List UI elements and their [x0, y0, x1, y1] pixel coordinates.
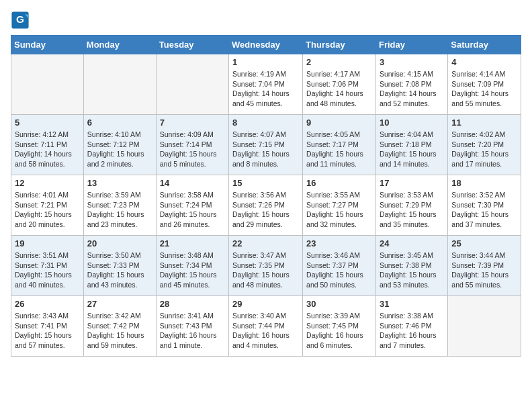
calendar-cell: 7Sunrise: 4:09 AM Sunset: 7:14 PM Daylig… — [156, 115, 228, 175]
day-info: Sunrise: 4:09 AM Sunset: 7:14 PM Dayligh… — [160, 130, 225, 169]
day-info: Sunrise: 3:41 AM Sunset: 7:43 PM Dayligh… — [160, 311, 225, 351]
calendar-table: SundayMondayTuesdayWednesdayThursdayFrid… — [11, 35, 521, 357]
day-number: 13 — [87, 178, 152, 188]
logo-icon: G — [11, 11, 30, 30]
calendar-cell: 29Sunrise: 3:40 AM Sunset: 7:44 PM Dayli… — [229, 296, 303, 357]
calendar-cell: 9Sunrise: 4:05 AM Sunset: 7:17 PM Daylig… — [303, 115, 376, 175]
day-info: Sunrise: 4:14 AM Sunset: 7:09 PM Dayligh… — [451, 69, 517, 109]
calendar-cell — [156, 54, 228, 115]
calendar-week-row: 12Sunrise: 4:01 AM Sunset: 7:21 PM Dayli… — [11, 175, 521, 236]
calendar-cell: 30Sunrise: 3:39 AM Sunset: 7:45 PM Dayli… — [303, 296, 376, 357]
calendar-cell: 31Sunrise: 3:38 AM Sunset: 7:46 PM Dayli… — [375, 296, 447, 357]
day-number: 20 — [87, 238, 152, 248]
calendar-cell: 24Sunrise: 3:45 AM Sunset: 7:38 PM Dayli… — [375, 236, 447, 296]
day-info: Sunrise: 4:15 AM Sunset: 7:08 PM Dayligh… — [380, 69, 444, 109]
logo: G — [11, 11, 31, 30]
day-number: 9 — [306, 118, 372, 128]
day-number: 23 — [306, 238, 372, 248]
calendar-cell — [448, 296, 521, 357]
day-info: Sunrise: 3:58 AM Sunset: 7:24 PM Dayligh… — [160, 190, 225, 230]
calendar-cell: 27Sunrise: 3:42 AM Sunset: 7:42 PM Dayli… — [83, 296, 156, 357]
day-number: 28 — [160, 299, 225, 309]
day-number: 17 — [380, 178, 444, 188]
day-info: Sunrise: 3:50 AM Sunset: 7:33 PM Dayligh… — [87, 250, 152, 290]
day-number: 8 — [232, 118, 299, 128]
calendar-week-row: 19Sunrise: 3:51 AM Sunset: 7:31 PM Dayli… — [11, 236, 521, 296]
day-number: 6 — [87, 118, 152, 128]
calendar-cell: 25Sunrise: 3:44 AM Sunset: 7:39 PM Dayli… — [448, 236, 521, 296]
calendar-cell: 2Sunrise: 4:17 AM Sunset: 7:06 PM Daylig… — [303, 54, 376, 115]
calendar-cell: 20Sunrise: 3:50 AM Sunset: 7:33 PM Dayli… — [83, 236, 156, 296]
day-header: Sunday — [11, 36, 84, 54]
day-number: 27 — [87, 299, 152, 309]
page-header: G — [11, 11, 521, 30]
day-info: Sunrise: 4:12 AM Sunset: 7:11 PM Dayligh… — [15, 130, 80, 169]
day-info: Sunrise: 3:56 AM Sunset: 7:26 PM Dayligh… — [232, 190, 299, 230]
day-number: 22 — [232, 238, 299, 248]
day-number: 14 — [160, 178, 225, 188]
day-info: Sunrise: 3:47 AM Sunset: 7:35 PM Dayligh… — [232, 250, 299, 290]
day-info: Sunrise: 4:05 AM Sunset: 7:17 PM Dayligh… — [306, 130, 372, 169]
day-number: 15 — [232, 178, 299, 188]
calendar-cell: 3Sunrise: 4:15 AM Sunset: 7:08 PM Daylig… — [375, 54, 447, 115]
day-info: Sunrise: 3:55 AM Sunset: 7:27 PM Dayligh… — [306, 190, 372, 230]
calendar-cell: 14Sunrise: 3:58 AM Sunset: 7:24 PM Dayli… — [156, 175, 228, 236]
day-info: Sunrise: 3:52 AM Sunset: 7:30 PM Dayligh… — [451, 190, 517, 230]
calendar-cell: 6Sunrise: 4:10 AM Sunset: 7:12 PM Daylig… — [83, 115, 156, 175]
calendar-cell: 18Sunrise: 3:52 AM Sunset: 7:30 PM Dayli… — [448, 175, 521, 236]
calendar-cell: 4Sunrise: 4:14 AM Sunset: 7:09 PM Daylig… — [448, 54, 521, 115]
calendar-cell: 10Sunrise: 4:04 AM Sunset: 7:18 PM Dayli… — [375, 115, 447, 175]
day-header: Tuesday — [156, 36, 228, 54]
calendar-week-row: 26Sunrise: 3:43 AM Sunset: 7:41 PM Dayli… — [11, 296, 521, 357]
calendar-cell: 26Sunrise: 3:43 AM Sunset: 7:41 PM Dayli… — [11, 296, 84, 357]
day-number: 26 — [15, 299, 80, 309]
day-info: Sunrise: 4:02 AM Sunset: 7:20 PM Dayligh… — [451, 130, 517, 169]
calendar-cell: 8Sunrise: 4:07 AM Sunset: 7:15 PM Daylig… — [229, 115, 303, 175]
day-info: Sunrise: 3:48 AM Sunset: 7:34 PM Dayligh… — [160, 250, 225, 290]
day-info: Sunrise: 3:38 AM Sunset: 7:46 PM Dayligh… — [380, 311, 444, 351]
day-info: Sunrise: 3:39 AM Sunset: 7:45 PM Dayligh… — [306, 311, 372, 351]
day-number: 1 — [232, 57, 299, 67]
calendar-cell: 16Sunrise: 3:55 AM Sunset: 7:27 PM Dayli… — [303, 175, 376, 236]
calendar-cell: 19Sunrise: 3:51 AM Sunset: 7:31 PM Dayli… — [11, 236, 84, 296]
day-number: 21 — [160, 238, 225, 248]
svg-text:G: G — [16, 13, 24, 25]
calendar-cell: 28Sunrise: 3:41 AM Sunset: 7:43 PM Dayli… — [156, 296, 228, 357]
day-info: Sunrise: 3:46 AM Sunset: 7:37 PM Dayligh… — [306, 250, 372, 290]
day-number: 12 — [15, 178, 80, 188]
day-number: 7 — [160, 118, 225, 128]
day-info: Sunrise: 3:59 AM Sunset: 7:23 PM Dayligh… — [87, 190, 152, 230]
day-number: 25 — [451, 238, 517, 248]
day-number: 31 — [380, 299, 444, 309]
calendar-cell: 1Sunrise: 4:19 AM Sunset: 7:04 PM Daylig… — [229, 54, 303, 115]
day-number: 2 — [306, 57, 372, 67]
day-info: Sunrise: 4:04 AM Sunset: 7:18 PM Dayligh… — [380, 130, 444, 169]
calendar-body: 1Sunrise: 4:19 AM Sunset: 7:04 PM Daylig… — [11, 54, 521, 357]
calendar-cell: 21Sunrise: 3:48 AM Sunset: 7:34 PM Dayli… — [156, 236, 228, 296]
calendar-cell: 15Sunrise: 3:56 AM Sunset: 7:26 PM Dayli… — [229, 175, 303, 236]
day-header: Wednesday — [229, 36, 303, 54]
calendar-cell: 23Sunrise: 3:46 AM Sunset: 7:37 PM Dayli… — [303, 236, 376, 296]
day-info: Sunrise: 3:44 AM Sunset: 7:39 PM Dayligh… — [451, 250, 517, 290]
day-number: 19 — [15, 238, 80, 248]
calendar-cell: 11Sunrise: 4:02 AM Sunset: 7:20 PM Dayli… — [448, 115, 521, 175]
day-number: 16 — [306, 178, 372, 188]
calendar-cell: 13Sunrise: 3:59 AM Sunset: 7:23 PM Dayli… — [83, 175, 156, 236]
day-info: Sunrise: 3:42 AM Sunset: 7:42 PM Dayligh… — [87, 311, 152, 351]
calendar-cell — [83, 54, 156, 115]
day-info: Sunrise: 4:01 AM Sunset: 7:21 PM Dayligh… — [15, 190, 80, 230]
calendar-header: SundayMondayTuesdayWednesdayThursdayFrid… — [11, 36, 521, 54]
day-info: Sunrise: 3:43 AM Sunset: 7:41 PM Dayligh… — [15, 311, 80, 351]
day-header: Saturday — [448, 36, 521, 54]
day-header: Friday — [375, 36, 447, 54]
day-number: 5 — [15, 118, 80, 128]
day-info: Sunrise: 4:10 AM Sunset: 7:12 PM Dayligh… — [87, 130, 152, 169]
day-info: Sunrise: 3:40 AM Sunset: 7:44 PM Dayligh… — [232, 311, 299, 351]
day-number: 4 — [451, 57, 517, 67]
day-number: 10 — [380, 118, 444, 128]
day-number: 30 — [306, 299, 372, 309]
day-number: 11 — [451, 118, 517, 128]
calendar-week-row: 1Sunrise: 4:19 AM Sunset: 7:04 PM Daylig… — [11, 54, 521, 115]
calendar-cell: 5Sunrise: 4:12 AM Sunset: 7:11 PM Daylig… — [11, 115, 84, 175]
day-info: Sunrise: 3:53 AM Sunset: 7:29 PM Dayligh… — [380, 190, 444, 230]
